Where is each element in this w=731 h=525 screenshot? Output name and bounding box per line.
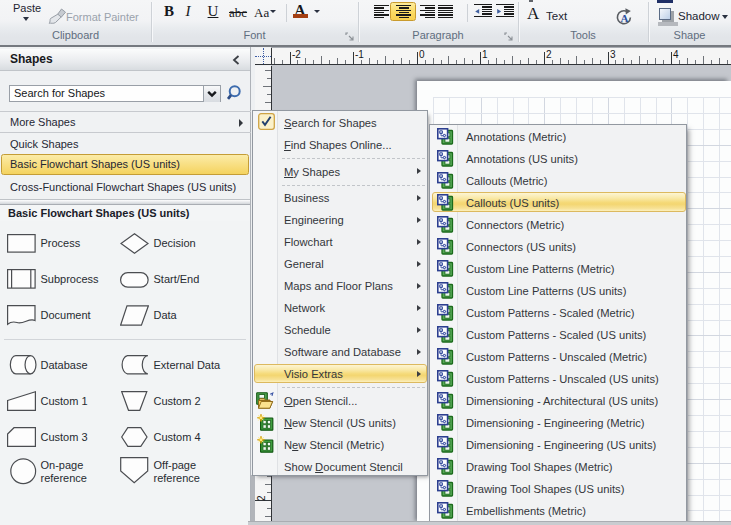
svg-text:A: A	[620, 12, 628, 24]
